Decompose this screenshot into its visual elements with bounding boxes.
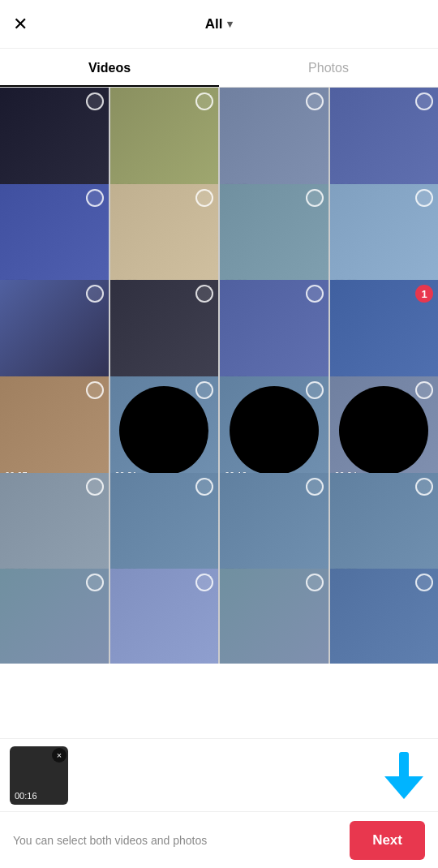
select-circle[interactable] [86, 381, 104, 399]
tab-photos[interactable]: Photos [219, 49, 438, 87]
select-circle[interactable] [86, 574, 104, 591]
grid-item[interactable]: 00:07 [0, 376, 109, 485]
header: ✕ All ▾ [0, 0, 438, 49]
selected-duration: 00:16 [15, 791, 37, 801]
filter-dropdown[interactable]: All ▾ [205, 16, 234, 32]
select-circle[interactable] [306, 478, 324, 496]
grid-item[interactable]: 00:57 [0, 184, 109, 293]
download-arrow-icon [384, 752, 423, 799]
grid-item[interactable]: 00:12 [0, 473, 109, 582]
select-circle[interactable] [415, 478, 433, 496]
grid-item[interactable]: 00:31 [110, 376, 219, 485]
select-circle[interactable] [195, 92, 213, 110]
download-button[interactable] [380, 747, 428, 804]
privacy-overlay [119, 386, 208, 475]
grid-item[interactable] [0, 569, 109, 664]
select-circle[interactable] [306, 574, 324, 591]
select-circle[interactable] [415, 189, 433, 207]
grid-item[interactable]: 01:28 [110, 184, 219, 293]
svg-marker-1 [384, 776, 423, 799]
grid-item[interactable]: 00:11 [220, 473, 328, 582]
grid-item[interactable]: 00:161 [330, 280, 439, 389]
select-circle[interactable]: 1 [415, 285, 433, 303]
remove-selected-button[interactable]: × [52, 748, 67, 763]
select-circle[interactable] [86, 478, 104, 496]
footer-bar: You can select both videos and photos Ne… [0, 811, 438, 868]
grid-item[interactable] [110, 569, 219, 664]
filter-label: All [205, 16, 223, 32]
tab-videos[interactable]: Videos [0, 49, 219, 87]
select-circle[interactable] [306, 285, 324, 303]
select-circle[interactable] [86, 189, 104, 207]
privacy-overlay [339, 386, 428, 475]
grid-item[interactable]: 00:59 [330, 473, 439, 582]
privacy-overlay [230, 386, 319, 475]
tabs: Videos Photos [0, 49, 438, 88]
grid-item[interactable]: 00:20 [220, 280, 328, 389]
chevron-down-icon: ▾ [227, 18, 233, 30]
select-circle[interactable] [415, 381, 433, 399]
select-circle[interactable] [415, 92, 433, 110]
grid-item[interactable] [330, 569, 439, 664]
grid-item[interactable]: 00:24 [330, 376, 439, 485]
select-circle[interactable] [195, 189, 213, 207]
select-circle[interactable] [195, 574, 213, 591]
select-circle[interactable] [86, 285, 104, 303]
select-circle[interactable] [195, 381, 213, 399]
selected-thumbnail[interactable]: × 00:16 [10, 746, 68, 805]
grid-item[interactable] [220, 569, 328, 664]
video-grid: 00:1601:2201:1701:0300:5701:2800:2600:29… [0, 88, 438, 664]
grid-item[interactable]: 00:29 [330, 184, 439, 293]
hint-text: You can select both videos and photos [13, 834, 340, 847]
grid-item[interactable]: 00:16 [0, 88, 109, 196]
select-circle[interactable] [86, 92, 104, 110]
grid-item[interactable]: 01:03 [330, 88, 439, 196]
next-button[interactable]: Next [350, 821, 425, 860]
grid-item[interactable]: 01:22 [110, 88, 219, 196]
close-icon: ✕ [13, 14, 28, 34]
grid-item[interactable]: 00:11 [110, 473, 219, 582]
select-circle[interactable] [306, 92, 324, 110]
grid-item[interactable]: 00:19 [220, 376, 328, 485]
close-button[interactable]: ✕ [13, 14, 28, 35]
grid-item[interactable]: 00:16 [110, 280, 219, 389]
select-circle[interactable] [306, 381, 324, 399]
bottom-panel: × 00:16 [0, 738, 438, 811]
select-circle[interactable] [195, 478, 213, 496]
grid-item[interactable]: 00:23 [0, 280, 109, 389]
select-circle[interactable] [195, 285, 213, 303]
grid-item[interactable]: 01:17 [220, 88, 328, 196]
select-circle[interactable] [306, 189, 324, 207]
grid-item[interactable]: 00:26 [220, 184, 328, 293]
close-icon: × [57, 750, 62, 760]
select-circle[interactable] [415, 574, 433, 591]
